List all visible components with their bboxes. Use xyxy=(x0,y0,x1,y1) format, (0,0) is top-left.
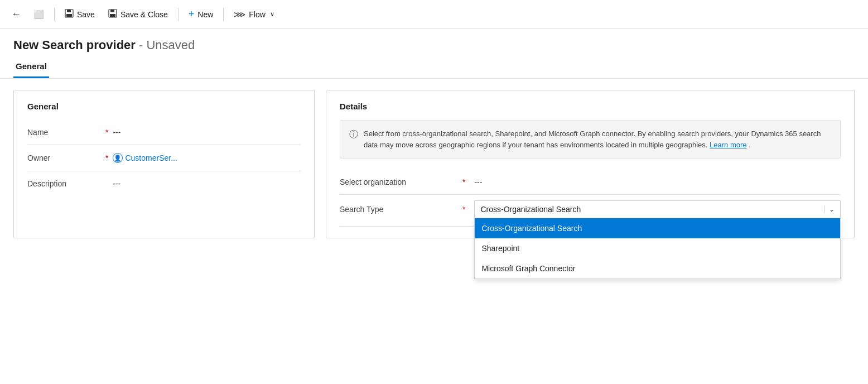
select-org-label: Select organization xyxy=(340,177,462,186)
page-title: New Search provider xyxy=(13,38,136,52)
flow-chevron-icon: ∨ xyxy=(270,11,274,18)
select-org-value: --- xyxy=(474,177,482,186)
back-icon: ← xyxy=(11,8,21,20)
save-close-label: Save & Close xyxy=(120,10,168,19)
info-box: ⓘ Select from cross-organizational searc… xyxy=(340,120,841,159)
new-label: New xyxy=(197,10,213,19)
toolbar: ← ⬜ Save ↗ Save & Close + New xyxy=(0,0,868,29)
svg-rect-5 xyxy=(110,14,115,17)
open-in-new-button[interactable]: ⬜ xyxy=(28,6,50,23)
select-org-field-row: Select organization * --- xyxy=(340,170,841,195)
dropdown-chevron-icon: ⌄ xyxy=(824,205,835,213)
page-title-subtitle: - Unsaved xyxy=(136,38,195,52)
search-type-label: Search Type xyxy=(340,200,462,214)
details-panel-title: Details xyxy=(340,102,841,111)
save-close-button[interactable]: ↗ Save & Close xyxy=(103,6,173,23)
flow-label: Flow xyxy=(249,10,266,19)
svg-text:↗: ↗ xyxy=(114,9,116,13)
main-content: General Name * --- Owner * 👤 CustomerSer… xyxy=(0,79,868,249)
dropdown-option-sharepoint[interactable]: Sharepoint xyxy=(475,238,840,258)
owner-person-icon: 👤 xyxy=(113,153,123,163)
open-in-new-icon: ⬜ xyxy=(33,9,44,20)
page-title-area: New Search provider - Unsaved xyxy=(0,29,868,57)
toolbar-separator-2 xyxy=(178,8,179,21)
flow-icon: ⋙ xyxy=(234,9,245,20)
owner-required-marker: * xyxy=(105,153,108,162)
name-field-row: Name * --- xyxy=(27,120,301,145)
save-icon xyxy=(65,9,74,20)
owner-value[interactable]: 👤 CustomerSer... xyxy=(113,153,177,163)
dropdown-option-cross-org[interactable]: Cross-Organizational Search xyxy=(475,218,840,238)
info-text-period: . xyxy=(749,141,751,149)
tabs-area: General xyxy=(0,57,868,79)
search-type-dropdown-list: Cross-Organizational Search Sharepoint M… xyxy=(474,218,841,279)
select-org-required-marker: * xyxy=(462,177,465,186)
search-type-required-marker: * xyxy=(462,200,465,214)
owner-field-row: Owner * 👤 CustomerSer... xyxy=(27,145,301,171)
name-required-marker: * xyxy=(105,128,108,137)
tab-general[interactable]: General xyxy=(13,57,49,78)
svg-rect-2 xyxy=(66,14,72,17)
flow-button[interactable]: ⋙ Flow ∨ xyxy=(228,6,280,23)
description-value: --- xyxy=(113,179,120,188)
general-panel-title: General xyxy=(27,102,301,111)
general-panel: General Name * --- Owner * 👤 CustomerSer… xyxy=(13,90,315,238)
description-field-row: Description * --- xyxy=(27,171,301,196)
save-label: Save xyxy=(77,10,95,19)
search-type-selected-value: Cross-Organizational Search xyxy=(480,205,581,214)
new-icon: + xyxy=(189,8,195,20)
info-text-content: Select from cross-organizational search,… xyxy=(364,128,831,150)
name-value: --- xyxy=(113,128,120,137)
dropdown-option-graph-connector[interactable]: Microsoft Graph Connector xyxy=(475,258,840,279)
new-button[interactable]: + New xyxy=(183,5,219,23)
info-text-body: Select from cross-organizational search,… xyxy=(364,129,821,149)
toolbar-separator-1 xyxy=(54,8,55,21)
info-circle-icon: ⓘ xyxy=(349,129,358,141)
svg-rect-1 xyxy=(67,9,71,12)
save-close-icon: ↗ xyxy=(108,9,117,20)
details-panel: Details ⓘ Select from cross-organization… xyxy=(326,90,855,238)
search-type-dropdown[interactable]: Cross-Organizational Search ⌄ xyxy=(474,200,841,218)
save-button[interactable]: Save xyxy=(59,6,100,23)
description-label: Description xyxy=(27,179,105,188)
search-type-field-row: Search Type * Cross-Organizational Searc… xyxy=(340,195,841,227)
name-label: Name xyxy=(27,128,105,137)
owner-label: Owner xyxy=(27,153,105,162)
back-button[interactable]: ← xyxy=(7,5,26,23)
search-type-dropdown-container: Cross-Organizational Search ⌄ Cross-Orga… xyxy=(474,200,841,218)
learn-more-link[interactable]: Learn more xyxy=(710,141,746,149)
owner-name: CustomerSer... xyxy=(125,153,177,162)
toolbar-separator-3 xyxy=(223,8,224,21)
